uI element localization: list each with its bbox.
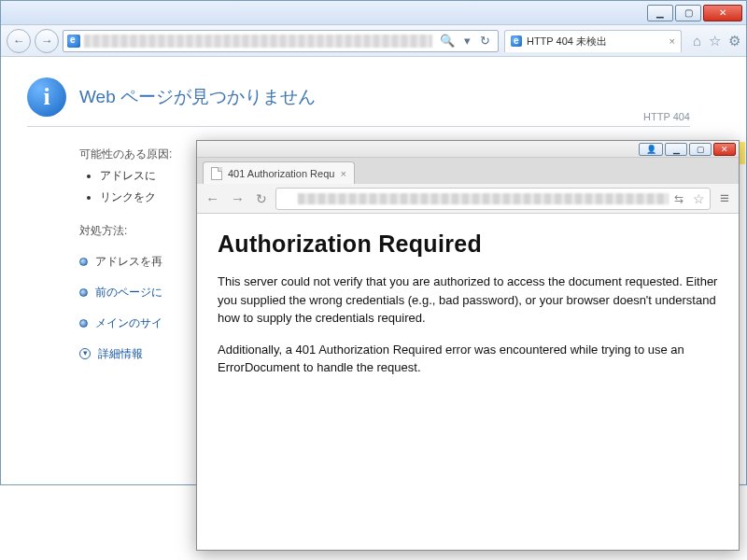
chrome-tab-active[interactable]: 401 Authorization Requ × [203, 161, 355, 184]
chrome-maximize-button[interactable]: ▢ [689, 143, 712, 156]
ie-tab-favicon-icon [511, 35, 522, 47]
bullet-icon [79, 258, 88, 266]
document-icon [281, 192, 292, 205]
ie-url-dropdown-icon[interactable]: ▾ [460, 34, 474, 48]
chrome-reload-button[interactable]: ↻ [253, 191, 270, 206]
ie-action-link[interactable]: 前のページに [95, 282, 162, 303]
chrome-titlebar: 👤 ▁ ▢ ✕ [197, 141, 739, 158]
chrome-tab-title: 401 Authorization Requ [228, 168, 334, 179]
ie-minimize-button[interactable]: ▁ [647, 5, 673, 21]
ie-address-bar[interactable]: 🔍 ▾ ↻ [63, 30, 499, 52]
ie-action-link[interactable]: メインのサイ [95, 313, 162, 334]
chrome-close-button[interactable]: ✕ [713, 143, 736, 156]
ie-http-code: HTTP 404 [643, 111, 690, 122]
chevron-down-icon: ▾ [79, 348, 91, 359]
ie-error-header: i Web ページが見つかりません HTTP 404 [27, 77, 690, 127]
ie-tab-close-icon[interactable]: × [669, 35, 675, 47]
ie-refresh-icon[interactable]: ↻ [476, 34, 494, 48]
chrome-error-para1: This server could not verify that you ar… [218, 273, 718, 328]
chrome-user-button[interactable]: 👤 [639, 143, 663, 156]
ie-url-text [84, 35, 432, 48]
chrome-error-para2: Additionally, a 401 Authorization Requir… [218, 341, 718, 377]
ie-tab-title: HTTP 404 未検出 [527, 35, 607, 49]
ie-toolbar: ← → 🔍 ▾ ↻ HTTP 404 未検出 × ⌂ ☆ ⚙ [1, 25, 746, 57]
ie-forward-button[interactable]: → [35, 29, 59, 53]
ie-action-link[interactable]: 詳細情報 [98, 343, 143, 365]
ie-titlebar: ▁ ▢ ✕ [1, 1, 746, 25]
ie-error-title: Web ページが見つかりません [79, 77, 316, 109]
ie-favorites-icon[interactable]: ☆ [709, 33, 721, 49]
chrome-address-bar[interactable]: ⇆ ☆ [275, 188, 711, 210]
bookmark-star-icon[interactable]: ☆ [693, 191, 705, 206]
bullet-icon [79, 319, 88, 328]
ie-maximize-button[interactable]: ▢ [675, 5, 701, 21]
chrome-toolbar: ← → ↻ ⇆ ☆ ≡ [197, 184, 739, 214]
ie-action-label: アドレスを再 [95, 251, 162, 273]
chrome-error-title: Authorization Required [218, 231, 718, 258]
ie-tabstrip: HTTP 404 未検出 × [504, 30, 682, 52]
chrome-back-button[interactable]: ← [203, 190, 222, 206]
ie-home-icon[interactable]: ⌂ [693, 33, 701, 49]
ie-close-button[interactable]: ✕ [703, 5, 742, 21]
bullet-icon [79, 288, 88, 297]
ie-search-icon[interactable]: 🔍 [436, 34, 458, 48]
chrome-error-page: Authorization Required This server could… [197, 214, 739, 550]
ie-logo-icon [67, 35, 80, 48]
ie-tools-icon[interactable]: ⚙ [728, 33, 740, 49]
chrome-tab-close-icon[interactable]: × [340, 168, 345, 179]
chrome-forward-button[interactable]: → [228, 190, 247, 206]
ie-tab-active[interactable]: HTTP 404 未検出 × [504, 30, 682, 52]
translate-icon[interactable]: ⇆ [674, 192, 687, 205]
info-icon: i [27, 77, 66, 117]
ie-back-button[interactable]: ← [7, 29, 31, 53]
chrome-minimize-button[interactable]: ▁ [665, 143, 687, 156]
chrome-window: 👤 ▁ ▢ ✕ 401 Authorization Requ × ← → ↻ ⇆… [196, 140, 740, 551]
ie-command-icons: ⌂ ☆ ⚙ [685, 33, 740, 49]
chrome-menu-icon[interactable]: ≡ [716, 189, 733, 208]
chrome-tabstrip: 401 Authorization Requ × [197, 158, 739, 184]
chrome-url-text [298, 193, 669, 204]
document-icon [211, 167, 222, 180]
